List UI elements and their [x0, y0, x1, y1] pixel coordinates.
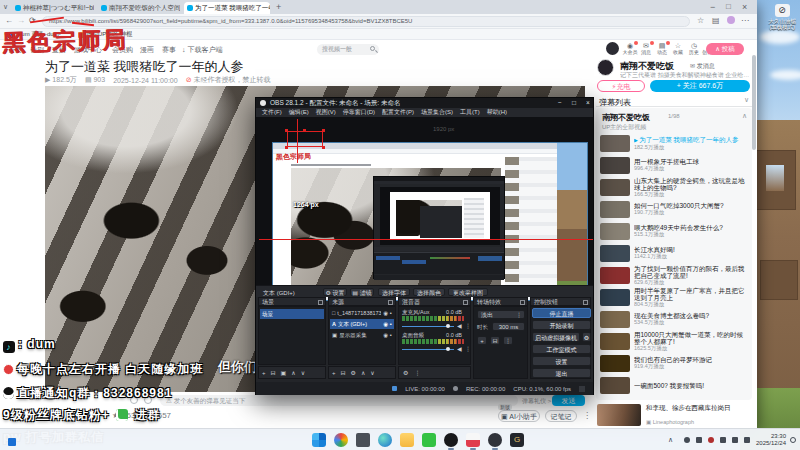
- remove-source-button[interactable]: ⊟: [341, 369, 346, 376]
- notification-bell-icon[interactable]: [790, 437, 796, 443]
- obs-maximize-button[interactable]: □: [572, 98, 576, 108]
- tab-search-icon[interactable]: ∨: [3, 3, 8, 11]
- playlist-item[interactable]: 为了一道菜 我喂猪吃了一年的人参 182.5万播放: [600, 132, 748, 154]
- source-item-window[interactable]: □t_1487171838173_0◉▪: [330, 308, 394, 318]
- add-transition-button[interactable]: +: [477, 336, 487, 345]
- taskbar-app-running-2[interactable]: [488, 433, 502, 447]
- playlist-item[interactable]: 一碗面500? 我要报警吗!: [600, 374, 748, 396]
- channel-kebab-icon[interactable]: ⋮: [465, 322, 471, 329]
- virtual-camera-config-gear[interactable]: ⚙: [582, 332, 591, 342]
- playlist-collapse-icon[interactable]: ∧: [742, 112, 747, 120]
- resize-grip[interactable]: [579, 386, 585, 392]
- obs-menu-docks[interactable]: 停靠窗口(D): [343, 108, 375, 117]
- sources-dock-header[interactable]: 来源: [328, 297, 396, 306]
- obs-menu-view[interactable]: 视图(V): [316, 108, 336, 117]
- back-button[interactable]: ←: [5, 16, 13, 25]
- tray-icon[interactable]: [696, 437, 702, 443]
- tray-icon[interactable]: [720, 437, 726, 443]
- browser-tab-1[interactable]: 神棍种草|つつむ平和!~bili.. ×: [12, 2, 94, 14]
- upload-button[interactable]: ∧ 投稿: [706, 43, 744, 55]
- taskbar-start-button[interactable]: [312, 433, 326, 447]
- mute-icon[interactable]: ◀: [457, 345, 462, 352]
- source-properties-gear[interactable]: ⚙: [351, 369, 356, 376]
- playlist-item[interactable]: 现在美食博主都这么卷吗? 534.5万播放: [600, 308, 748, 330]
- favorite-star-icon[interactable]: ☆: [697, 16, 704, 25]
- source-item-display[interactable]: ▣显示器采集◉▪: [330, 330, 394, 340]
- uploader-avatar[interactable]: [597, 59, 614, 76]
- search-icon[interactable]: [370, 46, 375, 51]
- playlist-item[interactable]: 为了找到一颗价值百万的陨石，最后我把自己变成了流星! 629.6万播放: [600, 264, 748, 286]
- header-favorites[interactable]: ☆收藏: [670, 42, 686, 55]
- stop-streaming-button[interactable]: 停止直播: [532, 308, 591, 318]
- select-color-button[interactable]: 选择颜色: [413, 288, 445, 296]
- obs-minimize-button[interactable]: −: [558, 98, 562, 108]
- slider-knob[interactable]: [446, 324, 450, 328]
- tray-icon[interactable]: [708, 437, 714, 443]
- tray-volume-icon[interactable]: [744, 437, 750, 443]
- source-up-button[interactable]: ∧: [361, 369, 365, 376]
- duration-spinner[interactable]: 300 ms: [492, 322, 525, 331]
- studio-mode-button[interactable]: 工作室模式: [532, 344, 591, 354]
- header-messages[interactable]: ✉消息: [638, 42, 654, 55]
- taskbar-wechat-icon[interactable]: [422, 433, 436, 447]
- exit-button[interactable]: 退出: [532, 368, 591, 378]
- lock-icon[interactable]: ▪: [390, 319, 392, 329]
- obs-menu-help[interactable]: 帮助(H): [487, 108, 507, 117]
- settings-button[interactable]: 设置: [532, 356, 591, 366]
- source-down-button[interactable]: ∨: [370, 369, 374, 376]
- transition-kebab-button[interactable]: ⋮: [503, 336, 513, 345]
- danmaku-send-button[interactable]: 发送: [552, 395, 585, 406]
- ad-card-title[interactable]: 和李现、徐步在西藏库拉岗日: [646, 404, 746, 412]
- danmaku-input[interactable]: ⚠ 发个友善的弹幕见证当下: [160, 395, 518, 406]
- page-scrollbar[interactable]: [752, 55, 756, 150]
- obs-menu-edit[interactable]: 编辑(E): [289, 108, 309, 117]
- taskbar-app-widgets[interactable]: [356, 433, 370, 447]
- source-properties-button[interactable]: ⚙ 设置: [323, 288, 347, 296]
- transitions-dock-header[interactable]: 转场特效: [473, 297, 528, 306]
- taskbar-edge-icon[interactable]: [378, 433, 392, 447]
- playlist-item[interactable]: 山东大集上的硬货全鳄鱼，这玩意是地球上的生物吗? 166.5万播放: [600, 176, 748, 198]
- change-sample-button[interactable]: 更改采样图: [448, 288, 488, 296]
- visibility-icon[interactable]: ◉: [383, 308, 388, 318]
- playlist-item[interactable]: 用时半年复原了一座广寒宫，并且把它送到了月亮上 804.5万播放: [600, 286, 748, 308]
- message-button[interactable]: ✉ 发消息: [690, 62, 715, 71]
- duplicate-scene-button[interactable]: ▣: [281, 369, 287, 376]
- obs-menu-file[interactable]: 文件(F): [262, 108, 282, 117]
- new-tab-button[interactable]: +: [276, 2, 281, 12]
- nav-esports[interactable]: 赛事: [162, 45, 176, 55]
- mixer-channel-1-slider[interactable]: [402, 326, 454, 327]
- danmaku-etiquette-link[interactable]: 弹幕礼仪 >: [522, 397, 551, 406]
- add-scene-button[interactable]: +: [262, 370, 266, 376]
- scenes-dock-header[interactable]: 场景: [258, 297, 326, 306]
- taskbar-clock[interactable]: 23:30 2025/12/24: [756, 433, 786, 447]
- ad-card-image[interactable]: [597, 404, 641, 426]
- lock-icon[interactable]: ▪: [390, 308, 392, 318]
- transition-select[interactable]: 淡出⋮: [477, 310, 525, 319]
- source-filters-button[interactable]: ▤ 滤镜: [350, 288, 374, 296]
- user-avatar[interactable]: [606, 42, 619, 55]
- slider-knob[interactable]: [446, 347, 450, 351]
- mixer-dock-header[interactable]: 混音器: [398, 297, 471, 306]
- obs-close-button[interactable]: ×: [586, 98, 590, 108]
- taskbar-search-icon[interactable]: [334, 433, 348, 447]
- start-recording-button[interactable]: 开始录制: [532, 320, 591, 330]
- obs-menu-tools[interactable]: 工具(T): [460, 108, 480, 117]
- window-close-button[interactable]: ×: [742, 2, 747, 12]
- extensions-icon[interactable]: ▤: [712, 16, 720, 25]
- scene-item[interactable]: 场景: [260, 309, 324, 319]
- visibility-icon[interactable]: ◉: [383, 319, 388, 329]
- playlist-item[interactable]: 我们也有自己的寻梦环游记 919.4万播放: [600, 352, 748, 374]
- desktop-shortcut[interactable]: ⊘ 大久山油锯 (车载模式): [768, 4, 796, 30]
- tray-network-icon[interactable]: [732, 437, 738, 443]
- taskbar-obs-icon[interactable]: [444, 433, 458, 447]
- taskbar-g-app-icon[interactable]: G: [510, 433, 524, 447]
- visibility-icon[interactable]: ◉: [383, 330, 388, 340]
- mute-icon[interactable]: ◀: [457, 322, 462, 329]
- remove-transition-button[interactable]: ⊟: [490, 336, 500, 345]
- browser-tab-2[interactable]: 南翔不爱吃饭的个人空间-南翔不.. ×: [98, 2, 180, 14]
- window-maximize-button[interactable]: □: [726, 2, 731, 11]
- playlist-item[interactable]: 喂大鹅吃49天中药会发生什么? 515.1万播放: [600, 220, 748, 242]
- add-source-button[interactable]: +: [332, 370, 336, 376]
- nav-download-client[interactable]: ↓ 下载客户端: [182, 45, 222, 55]
- forward-button[interactable]: →: [17, 16, 25, 25]
